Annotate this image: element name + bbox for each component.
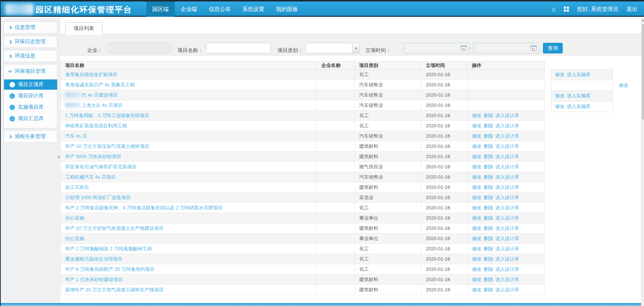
project-name-link[interactable]: 新增年产 20 万立方加气混凝土砌块生产线项目 — [65, 287, 164, 292]
action-link[interactable]: 修改 — [619, 82, 628, 88]
action-link[interactable]: 进入实施库 — [567, 93, 591, 99]
project-name-link[interactable]: 代 4s 店建设项目 — [82, 92, 118, 98]
action-link[interactable]: 修改 — [472, 236, 481, 241]
action-link[interactable]: 进入设计库 — [495, 164, 519, 169]
project-name-link[interactable]: 库区液化石油气储存扩容充装项目 — [65, 164, 137, 169]
company-input[interactable] — [105, 43, 172, 53]
home-icon[interactable]: ⌂ — [552, 6, 556, 12]
sidebar-item-3-0[interactable]: →项目立项库 — [4, 79, 57, 90]
project-name-link[interactable]: 办公设施 — [65, 236, 84, 241]
nav-item-0[interactable]: 园区端 — [146, 1, 175, 17]
action-link[interactable]: 进入设计库 — [495, 184, 519, 190]
project-name-link[interactable]: 年产 10 万立方蒸压加气混凝土砌块项目 — [65, 143, 149, 149]
action-link[interactable]: 修改 — [472, 154, 481, 159]
project-name-link[interactable]: 工程机械汽车 4s 店项目 — [65, 174, 116, 180]
action-link[interactable]: 修改 — [555, 103, 565, 110]
calendar-icon[interactable] — [531, 45, 537, 51]
action-link[interactable]: 进入实施库 — [567, 71, 591, 78]
action-link[interactable]: 删除 — [484, 174, 493, 180]
action-link[interactable]: 进入设计库 — [495, 246, 519, 251]
sidebar-group-0[interactable]: 信息管理 — [4, 22, 57, 33]
project-name-link[interactable]: 上海大众 4s 店项目 — [82, 102, 123, 108]
action-link[interactable]: 进入设计库 — [495, 236, 519, 241]
project-name-link[interactable]: 年产 5000 万块灰砂砖项目 — [65, 154, 121, 159]
project-name-link[interactable]: 办公设施 — [65, 215, 84, 221]
action-link[interactable]: 删除 — [484, 154, 493, 159]
sidebar-item-3-1[interactable]: →项目设计库 — [4, 91, 57, 101]
action-link[interactable]: 删除 — [484, 266, 493, 272]
action-link[interactable]: 修改 — [472, 174, 481, 180]
vertical-scrollbar[interactable] — [641, 18, 644, 306]
action-link[interactable]: 修改 — [472, 205, 481, 210]
action-link[interactable]: 修改 — [472, 277, 481, 282]
action-link[interactable]: 进入实施库 — [567, 103, 591, 110]
project-name-link[interactable]: 年产 6 万吨氯化镁联产 25 万吨氯化钙项目 — [65, 266, 155, 272]
action-link[interactable]: 修改 — [472, 266, 481, 272]
sidebar-group-4[interactable]: 巡检任务管理 — [4, 131, 57, 142]
sidebar-group-1[interactable]: 环保日志管理 — [4, 36, 57, 48]
action-link[interactable]: 修改 — [472, 215, 481, 221]
tab-project-list[interactable]: 项目列表 — [65, 22, 103, 35]
action-link[interactable]: 删除 — [484, 256, 493, 262]
action-link[interactable]: 删除 — [484, 143, 493, 149]
action-link[interactable]: 删除 — [484, 205, 493, 210]
action-link[interactable]: 删除 — [484, 133, 493, 139]
nav-item-3[interactable]: 系统设置 — [237, 1, 270, 17]
action-link[interactable]: 进入设计库 — [495, 266, 519, 272]
project-name-link[interactable]: 食用氯化镁技改扩能项目 — [65, 72, 118, 77]
action-link[interactable]: 进入设计库 — [495, 287, 519, 292]
action-link[interactable]: 修改 — [472, 256, 481, 262]
project-name-link[interactable]: 日处理 1000 吨选矿厂改造项目 — [65, 195, 131, 200]
nav-item-4[interactable]: 我的面板 — [270, 1, 304, 17]
nav-item-1[interactable]: 企业端 — [175, 1, 203, 17]
sidebar-collapse-icon[interactable] — [57, 155, 60, 159]
action-link[interactable]: 删除 — [484, 287, 493, 292]
project-name-link[interactable]: 青海瑞诚东风日产 4s 形象店工程 — [65, 82, 135, 87]
project-name-link[interactable]: 汽车 4s 店 — [65, 133, 87, 139]
date-to-input[interactable] — [473, 43, 539, 53]
action-link[interactable]: 修改 — [472, 113, 481, 118]
scroll-up-icon[interactable] — [642, 19, 644, 21]
project-name-link[interactable]: 重金属铬污染综合治理项目 — [65, 256, 122, 262]
scrollbar-thumb[interactable] — [642, 24, 644, 120]
action-link[interactable]: 进入设计库 — [495, 215, 519, 221]
project-name-link[interactable]: 年产 10 万立方砂加气块混凝土生产线建设项目 — [65, 225, 164, 231]
action-link[interactable]: 修改 — [472, 287, 481, 292]
action-link[interactable]: 删除 — [484, 246, 493, 251]
action-link[interactable]: 进入设计库 — [495, 123, 519, 128]
project-name-link[interactable]: 年产 2 万吨氯酸钠及 2 万吨高氯酸钾工程 — [65, 246, 152, 251]
action-link[interactable]: 删除 — [484, 225, 493, 231]
action-link[interactable]: 进入设计库 — [495, 205, 519, 210]
action-link[interactable]: 修改 — [472, 123, 481, 128]
nav-item-2[interactable]: 信息公布 — [203, 1, 237, 17]
action-link[interactable]: 修改 — [472, 143, 481, 149]
sidebar-item-3-2[interactable]: →实施项目库 — [4, 102, 57, 112]
action-link[interactable]: 删除 — [484, 195, 493, 200]
action-link[interactable]: 进入设计库 — [495, 277, 519, 282]
action-link[interactable]: 修改 — [555, 71, 565, 78]
action-link[interactable]: 进入设计库 — [495, 256, 519, 262]
action-link[interactable]: 删除 — [484, 123, 493, 128]
action-link[interactable]: 修改 — [472, 225, 481, 231]
sidebar-group-2[interactable]: 环境信息 — [4, 50, 57, 62]
sidebar-group-3[interactable]: 环保项目管理 — [4, 64, 57, 78]
action-link[interactable]: 删除 — [484, 164, 493, 169]
action-link[interactable]: 删除 — [484, 184, 493, 190]
action-link[interactable]: 进入设计库 — [495, 174, 519, 180]
query-button[interactable]: 查询 — [543, 43, 563, 53]
date-from-input[interactable] — [403, 43, 469, 53]
dropdown-arrow-icon[interactable] — [352, 43, 360, 53]
action-link[interactable]: 修改 — [555, 93, 565, 99]
project-name-link[interactable]: 钾镁尾矿高值化综合利用工程 — [65, 123, 127, 128]
action-link[interactable]: 修改 — [472, 164, 481, 169]
action-link[interactable]: 修改 — [472, 195, 481, 200]
project-name-link[interactable]: 年产 1 亿块灰砂砖建设项目 — [65, 277, 123, 282]
action-link[interactable]: 进入设计库 — [495, 225, 519, 231]
action-link[interactable]: 修改 — [472, 133, 481, 139]
action-link[interactable]: 进入设计库 — [495, 143, 519, 149]
action-link[interactable]: 修改 — [472, 184, 481, 190]
project-name-input[interactable] — [206, 43, 271, 53]
logout-link[interactable]: 退出 — [626, 6, 637, 13]
action-link[interactable]: 删除 — [484, 215, 493, 221]
action-link[interactable]: 修改 — [472, 246, 481, 251]
